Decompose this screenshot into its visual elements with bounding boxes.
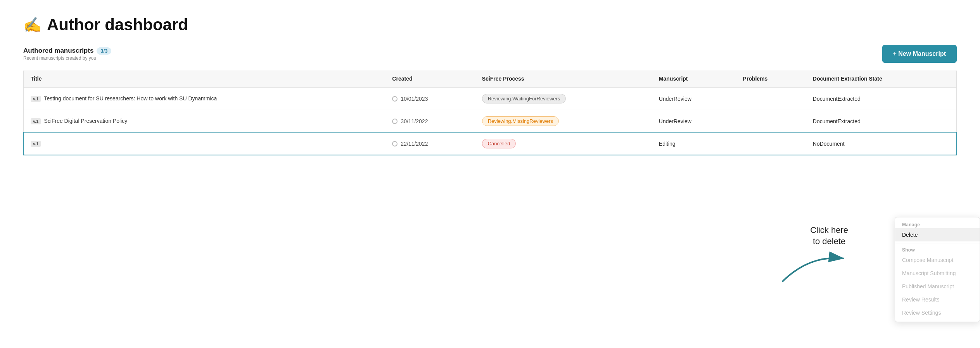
- cell-manuscript: UnderReview: [652, 110, 736, 133]
- header: ✍ Author dashboard: [23, 16, 957, 34]
- date-value: 22/11/2022: [401, 141, 428, 147]
- cell-scifree-process: Reviewing.MissingReviewers: [475, 110, 652, 133]
- date-circle: [392, 96, 398, 102]
- date-value: 30/11/2022: [401, 118, 428, 124]
- cell-manuscript: UnderReview: [652, 88, 736, 110]
- col-docstate: Document Extraction State: [806, 70, 956, 88]
- feather-icon: ✍: [23, 16, 41, 33]
- context-menu-item: Review Results: [895, 293, 980, 306]
- cell-doc-state: DocumentExtracted: [806, 110, 956, 133]
- annotation-text: Click hereto delete: [810, 225, 848, 247]
- col-scifree: SciFree Process: [475, 70, 652, 88]
- table-header: Title Created SciFree Process Manuscript…: [24, 70, 956, 88]
- cell-scifree-process: Cancelled: [475, 133, 652, 155]
- cell-problems: [736, 133, 806, 155]
- subheader: Authored manuscripts 3/3 Recent manuscri…: [23, 45, 957, 63]
- cell-problems: [736, 88, 806, 110]
- version-badge: v.1: [31, 96, 41, 102]
- section-info: Authored manuscripts 3/3 Recent manuscri…: [23, 47, 111, 61]
- version-badge: v.1: [31, 118, 41, 124]
- table-row[interactable]: v.1SciFree Digital Preservation Policy30…: [24, 110, 956, 133]
- cell-title: v.1SciFree Digital Preservation Policy: [24, 110, 385, 133]
- new-manuscript-button[interactable]: + New Manuscript: [882, 45, 957, 63]
- page: ✍ Author dashboard Authored manuscripts …: [0, 0, 980, 348]
- manuscript-title: SciFree Digital Preservation Policy: [44, 118, 127, 124]
- date-circle: [392, 141, 398, 146]
- cell-problems: [736, 110, 806, 133]
- scifree-status-badge: Reviewing.WaitingForReviewers: [482, 94, 566, 103]
- cell-title: v.1: [24, 133, 385, 155]
- col-created: Created: [385, 70, 475, 88]
- context-menu-items: Compose ManuscriptManuscript SubmittingP…: [895, 253, 980, 319]
- page-title: Author dashboard: [47, 16, 188, 34]
- cell-created: 10/01/2023: [385, 88, 475, 110]
- annotation-arrow: [778, 251, 848, 286]
- date-value: 10/01/2023: [401, 96, 428, 102]
- manuscript-title: Testing document for SU researchers: How…: [44, 95, 217, 102]
- show-section-label: Show: [895, 245, 980, 253]
- context-menu-item: Review Settings: [895, 306, 980, 319]
- title-block: ✍ Author dashboard: [23, 16, 188, 34]
- section-desc: Recent manuscripts created by you: [23, 55, 111, 61]
- cell-scifree-process: Reviewing.WaitingForReviewers: [475, 88, 652, 110]
- cell-created: 22/11/2022: [385, 133, 475, 155]
- cell-manuscript: Editing: [652, 133, 736, 155]
- col-problems: Problems: [736, 70, 806, 88]
- scifree-status-badge: Reviewing.MissingReviewers: [482, 116, 559, 126]
- version-badge: v.1: [31, 141, 41, 147]
- manuscripts-table: Title Created SciFree Process Manuscript…: [24, 70, 956, 155]
- annotation: Click hereto delete: [778, 225, 848, 286]
- date-circle: [392, 119, 398, 124]
- cell-title: v.1Testing document for SU researchers: …: [24, 88, 385, 110]
- col-manuscript: Manuscript: [652, 70, 736, 88]
- table-body: v.1Testing document for SU researchers: …: [24, 88, 956, 155]
- context-menu-item: Published Manuscript: [895, 280, 980, 293]
- table-row[interactable]: v.122/11/2022CancelledEditingNoDocument: [24, 133, 956, 155]
- delete-menu-item[interactable]: Delete: [895, 228, 980, 241]
- col-title: Title: [24, 70, 385, 88]
- scifree-status-badge: Cancelled: [482, 139, 516, 148]
- table-row[interactable]: v.1Testing document for SU researchers: …: [24, 88, 956, 110]
- cell-doc-state: NoDocument: [806, 133, 956, 155]
- context-menu-item: Manuscript Submitting: [895, 267, 980, 280]
- count-badge: 3/3: [97, 47, 111, 55]
- context-menu: Manage Delete Show Compose ManuscriptMan…: [895, 217, 980, 322]
- context-menu-item: Compose Manuscript: [895, 253, 980, 267]
- manage-section-label: Manage: [895, 220, 980, 228]
- menu-divider: [895, 243, 980, 243]
- section-label: Authored manuscripts 3/3: [23, 47, 111, 55]
- manuscripts-table-container: Title Created SciFree Process Manuscript…: [23, 70, 957, 155]
- cell-doc-state: DocumentExtracted: [806, 88, 956, 110]
- cell-created: 30/11/2022: [385, 110, 475, 133]
